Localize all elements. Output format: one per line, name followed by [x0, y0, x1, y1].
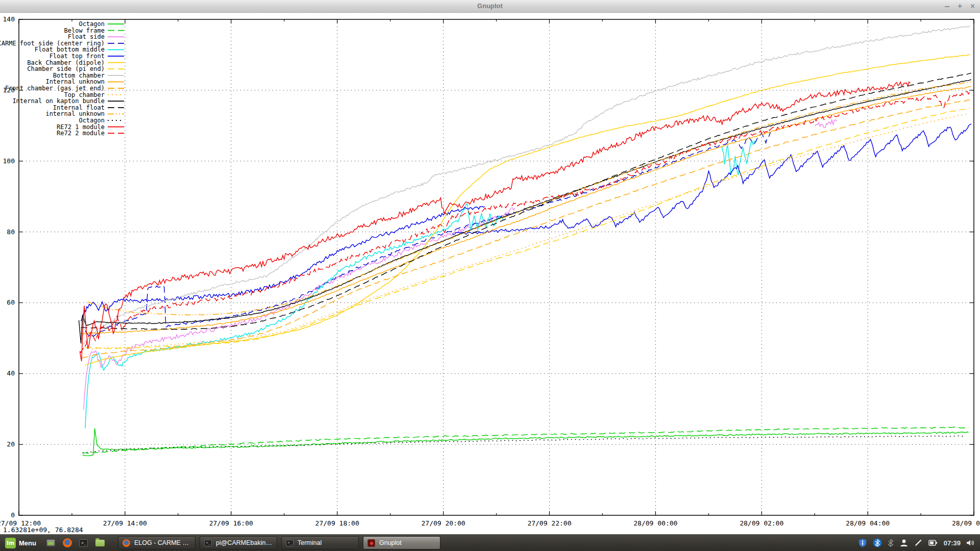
battery-icon[interactable]	[928, 539, 938, 547]
series-curve	[815, 120, 837, 128]
legend-label: Re72 2 module	[57, 130, 105, 137]
gnuplot-window: Gnuplot – + × 27/09 12:0027/09 14:0027/0…	[0, 0, 980, 534]
task-label: Gnuplot	[379, 539, 402, 546]
y-tick-label: 40	[7, 369, 15, 377]
menu-label: Menu	[19, 539, 36, 547]
series-curve	[80, 91, 971, 353]
series-curve	[79, 80, 971, 343]
maximize-button[interactable]: +	[958, 0, 962, 13]
taskbar-window-elog[interactable]: ELOG - CARME bakin...	[118, 536, 195, 549]
series-curve	[452, 124, 971, 235]
gnuplot-icon	[368, 539, 376, 547]
terminal-icon: >_	[79, 539, 88, 547]
terminal-icon: >_	[204, 539, 212, 547]
gnuplot-chart[interactable]: 27/09 12:0027/09 14:0027/09 16:0027/09 1…	[0, 13, 980, 534]
y-tick-label: 60	[7, 298, 15, 306]
tablet-pen-icon[interactable]	[914, 539, 923, 547]
x-tick-label: 27/09 18:00	[315, 519, 359, 527]
x-tick-label: 28/09 00:00	[633, 519, 677, 527]
taskbar: lm Menu >_ ELOG - CARME bakin... >_ pi@C…	[0, 534, 980, 551]
x-tick-label: 28/09 06:00	[952, 519, 980, 527]
user-applet-icon[interactable]	[899, 539, 909, 547]
taskbar-window-ssh[interactable]: >_ pi@CARMEbakingpi: ...	[200, 536, 277, 549]
x-tick-label: 28/09 04:00	[846, 519, 890, 527]
series-curve	[80, 82, 911, 362]
volume-icon[interactable]	[966, 539, 975, 547]
show-desktop-icon	[46, 539, 55, 546]
mint-logo-icon: lm	[5, 538, 16, 548]
series-curve	[88, 114, 966, 349]
taskbar-window-gnuplot[interactable]: Gnuplot	[363, 536, 440, 549]
firefox-icon	[122, 539, 131, 547]
menu-button[interactable]: lm Menu	[3, 536, 40, 550]
series-curve	[83, 429, 969, 456]
x-tick-label: 27/09 14:00	[103, 519, 147, 527]
series-curve	[85, 55, 970, 365]
x-tick-label: 27/09 22:00	[527, 519, 571, 527]
data-curves	[79, 26, 971, 456]
series-curve	[88, 82, 971, 315]
task-label: ELOG - CARME bakin...	[134, 539, 191, 546]
bluetooth-small-icon[interactable]	[888, 539, 894, 547]
plot-canvas[interactable]: 27/09 12:0027/09 14:0027/09 16:0027/09 1…	[0, 13, 980, 534]
x-tick-label: 27/09 16:00	[209, 519, 253, 527]
x-tick-label: 27/09 20:00	[422, 519, 465, 527]
mouse-coordinate-readout: 1.63281e+09, 76.8284	[3, 526, 83, 534]
show-desktop-launcher[interactable]	[45, 537, 57, 548]
desktop: Gnuplot – + × 27/09 12:0027/09 14:0027/0…	[0, 0, 980, 551]
y-tick-label: 140	[3, 15, 15, 23]
series-curve	[81, 73, 971, 330]
window-titlebar[interactable]: Gnuplot – + ×	[0, 0, 980, 13]
axis-tick-labels: 27/09 12:0027/09 14:0027/09 16:0027/09 1…	[0, 15, 980, 527]
y-tick-label: 20	[7, 440, 15, 448]
window-title: Gnuplot	[0, 2, 980, 10]
series-curve	[83, 26, 970, 344]
terminal-icon: >_	[286, 539, 294, 547]
y-tick-label: 100	[3, 157, 15, 165]
minimize-button[interactable]: –	[945, 0, 949, 13]
series-curve	[85, 204, 504, 428]
folder-icon	[95, 540, 105, 546]
task-label: pi@CARMEbakingpi: ...	[216, 539, 273, 546]
close-button[interactable]: ×	[970, 0, 975, 13]
shield-icon[interactable]	[858, 538, 867, 547]
y-tick-label: 0	[11, 511, 15, 519]
firefox-launcher[interactable]	[62, 537, 73, 548]
terminal-launcher[interactable]: >_	[78, 537, 89, 548]
series-curve	[81, 87, 971, 334]
task-label: Terminal	[298, 539, 322, 546]
files-launcher[interactable]	[94, 537, 106, 548]
x-tick-label: 28/09 02:00	[740, 519, 783, 527]
taskbar-window-terminal[interactable]: >_ Terminal	[281, 536, 359, 549]
series-curve	[85, 132, 771, 337]
series-curve	[83, 427, 969, 454]
bluetooth-icon[interactable]	[873, 538, 882, 547]
y-tick-label: 80	[7, 228, 15, 236]
system-tray: 07:39	[858, 538, 977, 547]
firefox-icon	[63, 538, 72, 547]
series-curve	[81, 207, 485, 321]
clock[interactable]: 07:39	[944, 539, 961, 547]
